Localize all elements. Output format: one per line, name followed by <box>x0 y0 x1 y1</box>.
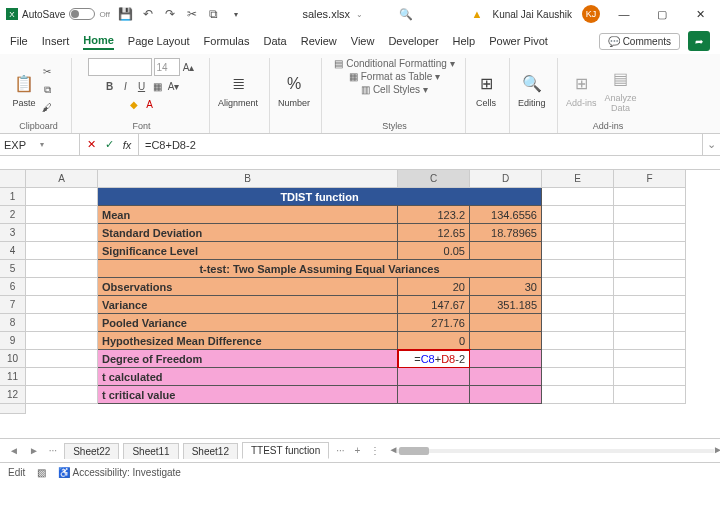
sheet-tab[interactable]: Sheet12 <box>183 443 238 459</box>
cell[interactable] <box>614 206 686 224</box>
editing-button[interactable]: 🔍Editing <box>518 72 546 108</box>
row-header[interactable]: 7 <box>0 296 26 314</box>
autosave-control[interactable]: X AutoSave Off <box>6 8 110 20</box>
cell[interactable] <box>542 224 614 242</box>
cell[interactable] <box>542 242 614 260</box>
sheet-tab[interactable]: Sheet11 <box>123 443 178 459</box>
tab-formulas[interactable]: Formulas <box>204 33 250 49</box>
increase-font-icon[interactable]: A▴ <box>182 59 196 75</box>
qat-dropdown-icon[interactable]: ▾ <box>228 6 244 22</box>
cell[interactable]: t-test: Two Sample Assuming Equal Varian… <box>98 260 542 278</box>
cell[interactable]: 134.6556 <box>470 206 542 224</box>
cell[interactable] <box>614 314 686 332</box>
cells-button[interactable]: ⊞Cells <box>474 72 498 108</box>
warning-icon[interactable]: ▲ <box>472 8 483 20</box>
font-size-combo[interactable] <box>154 58 180 76</box>
col-header[interactable]: A <box>26 170 98 188</box>
cell[interactable]: 20 <box>398 278 470 296</box>
maximize-button[interactable]: ▢ <box>648 3 676 25</box>
bold-button[interactable]: B <box>103 78 117 94</box>
sheet-tab[interactable]: TTEST function <box>242 442 329 459</box>
comments-button[interactable]: 💬 Comments <box>599 33 680 50</box>
tab-data[interactable]: Data <box>263 33 286 49</box>
underline-button[interactable]: U <box>135 78 149 94</box>
italic-button[interactable]: I <box>119 78 133 94</box>
cell[interactable] <box>614 224 686 242</box>
cell[interactable] <box>470 368 542 386</box>
cell[interactable] <box>614 386 686 404</box>
cell[interactable] <box>542 332 614 350</box>
search-icon[interactable]: 🔍 <box>399 8 413 21</box>
font-color-button[interactable]: A <box>143 96 157 112</box>
worksheet-grid[interactable]: A B C D E F 1TDIST function2Mean123.2134… <box>0 170 720 438</box>
row-header[interactable]: 6 <box>0 278 26 296</box>
tab-file[interactable]: File <box>10 33 28 49</box>
cell[interactable]: TDIST function <box>98 188 542 206</box>
cell[interactable] <box>26 368 98 386</box>
tab-home[interactable]: Home <box>83 32 114 50</box>
cell[interactable] <box>542 368 614 386</box>
cell[interactable] <box>542 296 614 314</box>
cell[interactable]: 12.65 <box>398 224 470 242</box>
cell[interactable]: Pooled Variance <box>98 314 398 332</box>
row-header[interactable]: 2 <box>0 206 26 224</box>
row-header[interactable]: 10 <box>0 350 26 368</box>
cell[interactable] <box>470 386 542 404</box>
cell[interactable] <box>614 278 686 296</box>
cell[interactable]: 0 <box>398 332 470 350</box>
enter-formula-icon[interactable]: ✓ <box>102 138 116 151</box>
undo-icon[interactable]: ↶ <box>140 6 156 22</box>
cell[interactable] <box>398 386 470 404</box>
tab-page-layout[interactable]: Page Layout <box>128 33 190 49</box>
cell[interactable]: t critical value <box>98 386 398 404</box>
cell[interactable]: Variance <box>98 296 398 314</box>
cell[interactable] <box>614 296 686 314</box>
col-header[interactable]: F <box>614 170 686 188</box>
cell[interactable] <box>26 386 98 404</box>
workbook-stats-icon[interactable]: ▧ <box>37 467 46 478</box>
cell[interactable] <box>26 260 98 278</box>
cell[interactable] <box>470 314 542 332</box>
cell[interactable] <box>542 350 614 368</box>
cell[interactable]: 271.76 <box>398 314 470 332</box>
fx-icon[interactable]: fx <box>120 139 134 151</box>
conditional-formatting-button[interactable]: ▤ Conditional Formatting ▾ <box>334 58 454 69</box>
cell[interactable]: 0.05 <box>398 242 470 260</box>
number-button[interactable]: %Number <box>278 72 310 108</box>
horizontal-scrollbar[interactable]: ◄► <box>397 446 714 456</box>
cell[interactable]: 123.2 <box>398 206 470 224</box>
cell[interactable] <box>26 206 98 224</box>
col-header[interactable]: E <box>542 170 614 188</box>
alignment-button[interactable]: ≣Alignment <box>218 72 258 108</box>
cell[interactable] <box>26 314 98 332</box>
cell[interactable]: Degree of Freedom <box>98 350 398 368</box>
tab-power-pivot[interactable]: Power Pivot <box>489 33 548 49</box>
cell[interactable] <box>614 242 686 260</box>
name-box[interactable]: EXP▾ <box>0 134 80 155</box>
copy-icon[interactable]: ⧉ <box>206 6 222 22</box>
cell[interactable]: 351.185 <box>470 296 542 314</box>
sheet-more-icon[interactable]: ··· <box>46 445 60 456</box>
format-as-table-button[interactable]: ▦ Format as Table ▾ <box>349 71 440 82</box>
user-avatar[interactable]: KJ <box>582 5 600 23</box>
cell[interactable] <box>26 278 98 296</box>
cell[interactable]: Significance Level <box>98 242 398 260</box>
cell[interactable]: 18.78965 <box>470 224 542 242</box>
tab-insert[interactable]: Insert <box>42 33 70 49</box>
expand-formula-bar-icon[interactable]: ⌄ <box>702 134 720 155</box>
analyze-data-button[interactable]: ▤Analyze Data <box>601 67 641 113</box>
col-header[interactable]: B <box>98 170 398 188</box>
tab-developer[interactable]: Developer <box>388 33 438 49</box>
formula-input[interactable]: =C8+D8-2 <box>139 134 702 155</box>
cell[interactable] <box>614 368 686 386</box>
minimize-button[interactable]: — <box>610 3 638 25</box>
cell[interactable] <box>26 242 98 260</box>
col-header[interactable]: D <box>470 170 542 188</box>
cell[interactable] <box>542 314 614 332</box>
tab-help[interactable]: Help <box>453 33 476 49</box>
cell[interactable] <box>542 386 614 404</box>
autosave-toggle[interactable] <box>69 8 95 20</box>
sheet-nav-next-icon[interactable]: ► <box>26 445 42 456</box>
cell[interactable]: Standard Deviation <box>98 224 398 242</box>
addins-button[interactable]: ⊞Add-ins <box>566 72 597 108</box>
